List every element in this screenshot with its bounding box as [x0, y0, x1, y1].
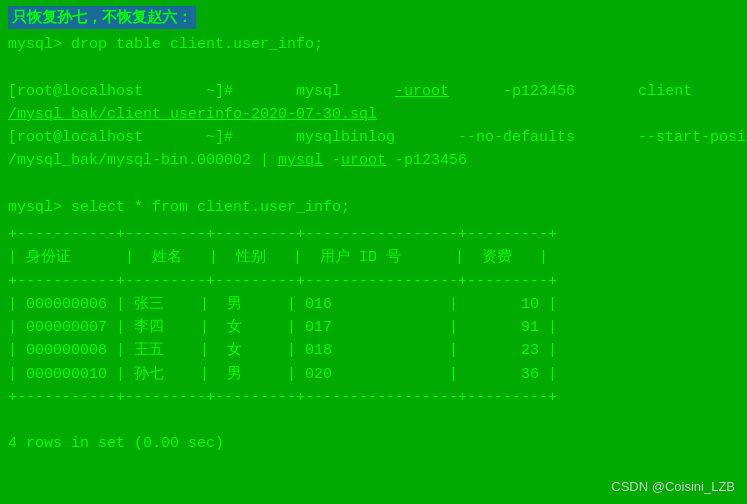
watermark: CSDN @Coisini_LZB [611, 479, 735, 494]
space-dash: - [323, 152, 341, 169]
empty-line-1 [8, 56, 739, 79]
empty-line-3 [8, 409, 739, 432]
binlog-pipe-line: /mysql_bak/mysql-bin.000002 | mysql -uro… [8, 149, 739, 172]
mysql-import-line: [root@localhost ~]# mysql -uroot -p12345… [8, 80, 739, 103]
table-header-row: | 身份证 | 姓名 | 性别 | 用户 ID 号 | 资费 | [8, 246, 739, 269]
import-rest: -p123456 client < [449, 83, 747, 100]
empty-line-2 [8, 173, 739, 196]
result-summary: 4 rows in set (0.00 sec) [8, 432, 739, 455]
table-border-bottom: +-----------+---------+---------+-------… [8, 386, 739, 409]
terminal-window: 只恢复孙七，不恢复赵六： mysql> drop table client.us… [0, 0, 747, 504]
table-row-3: | 000000008 | 王五 | 女 | 018 | 23 | [8, 339, 739, 362]
heading-text: 只恢复孙七，不恢复赵六： [8, 6, 196, 29]
uroot-1: -uroot [395, 83, 449, 100]
table-row-4: | 000000010 | 孙七 | 男 | 020 | 36 | [8, 363, 739, 386]
p123456: -p123456 [386, 152, 467, 169]
heading-line: 只恢复孙七，不恢复赵六： [8, 6, 739, 33]
drop-table-line: mysql> drop table client.user_info; [8, 33, 739, 56]
sql-file-line: /mysql_bak/client_userinfo-2020-07-30.sq… [8, 103, 739, 126]
table-border-top: +-----------+---------+---------+-------… [8, 223, 739, 246]
sql-file-path: /mysql_bak/client_userinfo-2020-07-30.sq… [8, 106, 377, 123]
mysql-cmd: mysql [278, 152, 323, 169]
mysqlbinlog-line: [root@localhost ~]# mysqlbinlog --no-def… [8, 126, 739, 149]
prompt-1: [root@localhost ~]# mysql [8, 83, 395, 100]
select-line: mysql> select * from client.user_info; [8, 196, 739, 219]
prompt-2: [root@localhost ~]# mysqlbinlog --no-def… [8, 129, 747, 146]
uroot-2: uroot [341, 152, 386, 169]
table-border-mid: +-----------+---------+---------+-------… [8, 270, 739, 293]
query-results-table: +-----------+---------+---------+-------… [8, 223, 739, 409]
binlog-path: /mysql_bak/mysql-bin.000002 | [8, 152, 278, 169]
table-row-2: | 000000007 | 李四 | 女 | 017 | 91 | [8, 316, 739, 339]
table-row-1: | 000000006 | 张三 | 男 | 016 | 10 | [8, 293, 739, 316]
